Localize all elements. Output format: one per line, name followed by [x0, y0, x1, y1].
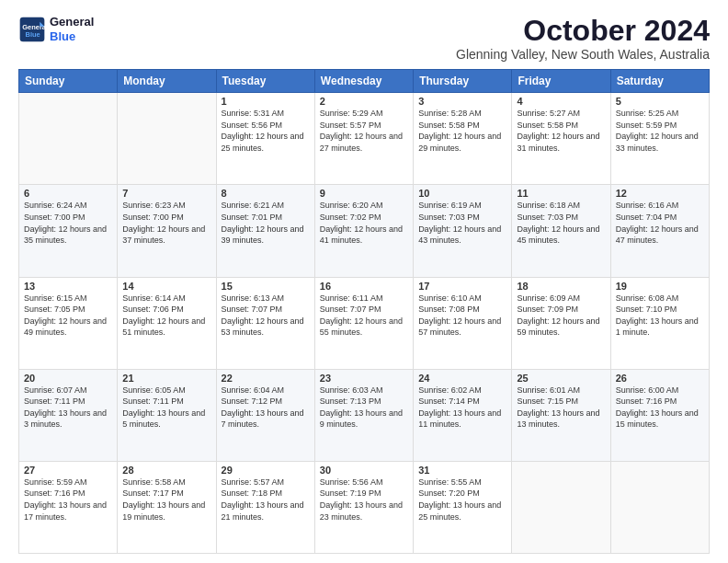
day-content: Sunrise: 5:31 AM Sunset: 5:56 PM Dayligh… [222, 108, 310, 154]
day-content: Sunrise: 6:01 AM Sunset: 7:15 PM Dayligh… [517, 385, 605, 431]
calendar-cell: 22Sunrise: 6:04 AM Sunset: 7:12 PM Dayli… [216, 369, 314, 461]
calendar-cell [118, 93, 216, 185]
day-content: Sunrise: 5:57 AM Sunset: 7:18 PM Dayligh… [222, 477, 310, 523]
day-content: Sunrise: 6:09 AM Sunset: 7:09 PM Dayligh… [517, 293, 605, 339]
calendar-cell: 12Sunrise: 6:16 AM Sunset: 7:04 PM Dayli… [610, 185, 709, 277]
day-number: 1 [222, 96, 310, 107]
day-content: Sunrise: 6:07 AM Sunset: 7:11 PM Dayligh… [24, 385, 112, 431]
calendar-cell: 7Sunrise: 6:23 AM Sunset: 7:00 PM Daylig… [118, 185, 216, 277]
calendar-header-row: SundayMondayTuesdayWednesdayThursdayFrid… [19, 70, 710, 93]
day-number: 8 [222, 188, 310, 199]
calendar-cell: 31Sunrise: 5:55 AM Sunset: 7:20 PM Dayli… [414, 461, 512, 553]
day-number: 29 [222, 465, 310, 476]
day-content: Sunrise: 6:16 AM Sunset: 7:04 PM Dayligh… [616, 200, 704, 246]
calendar-cell: 8Sunrise: 6:21 AM Sunset: 7:01 PM Daylig… [216, 185, 314, 277]
logo-text: General Blue [50, 15, 94, 43]
calendar-cell: 10Sunrise: 6:19 AM Sunset: 7:03 PM Dayli… [414, 185, 512, 277]
day-number: 12 [616, 188, 704, 199]
calendar-cell: 20Sunrise: 6:07 AM Sunset: 7:11 PM Dayli… [19, 369, 118, 461]
day-content: Sunrise: 5:29 AM Sunset: 5:57 PM Dayligh… [320, 108, 408, 154]
day-number: 21 [122, 373, 210, 384]
day-number: 15 [222, 281, 310, 292]
logo-line2: Blue [50, 29, 94, 44]
day-content: Sunrise: 6:00 AM Sunset: 7:16 PM Dayligh… [616, 385, 704, 431]
calendar-header-friday: Friday [512, 70, 610, 93]
day-number: 4 [517, 96, 605, 107]
day-number: 7 [122, 188, 210, 199]
day-content: Sunrise: 6:24 AM Sunset: 7:00 PM Dayligh… [24, 200, 112, 246]
location: Glenning Valley, New South Wales, Austra… [456, 47, 710, 62]
day-content: Sunrise: 5:27 AM Sunset: 5:58 PM Dayligh… [517, 108, 605, 154]
day-number: 3 [418, 96, 506, 107]
day-number: 11 [517, 188, 605, 199]
calendar-cell: 27Sunrise: 5:59 AM Sunset: 7:16 PM Dayli… [19, 461, 118, 553]
day-content: Sunrise: 6:11 AM Sunset: 7:07 PM Dayligh… [320, 293, 408, 339]
day-content: Sunrise: 6:10 AM Sunset: 7:08 PM Dayligh… [418, 293, 506, 339]
day-number: 27 [24, 465, 112, 476]
calendar-cell: 15Sunrise: 6:13 AM Sunset: 7:07 PM Dayli… [216, 277, 314, 369]
day-content: Sunrise: 6:14 AM Sunset: 7:06 PM Dayligh… [122, 293, 210, 339]
logo-line1: General [50, 15, 94, 29]
calendar-cell: 13Sunrise: 6:15 AM Sunset: 7:05 PM Dayli… [19, 277, 118, 369]
calendar-cell: 9Sunrise: 6:20 AM Sunset: 7:02 PM Daylig… [314, 185, 413, 277]
calendar-cell: 24Sunrise: 6:02 AM Sunset: 7:14 PM Dayli… [414, 369, 512, 461]
calendar-cell: 6Sunrise: 6:24 AM Sunset: 7:00 PM Daylig… [19, 185, 118, 277]
day-content: Sunrise: 6:02 AM Sunset: 7:14 PM Dayligh… [418, 385, 506, 431]
calendar-cell [19, 93, 118, 185]
day-number: 17 [418, 281, 506, 292]
day-number: 25 [517, 373, 605, 384]
day-number: 30 [320, 465, 408, 476]
header: General Blue General Blue October 2024 G… [18, 15, 710, 62]
logo: General Blue General Blue [18, 15, 94, 43]
calendar-cell: 19Sunrise: 6:08 AM Sunset: 7:10 PM Dayli… [610, 277, 709, 369]
day-content: Sunrise: 6:20 AM Sunset: 7:02 PM Dayligh… [320, 200, 408, 246]
day-content: Sunrise: 5:59 AM Sunset: 7:16 PM Dayligh… [24, 477, 112, 523]
day-content: Sunrise: 6:23 AM Sunset: 7:00 PM Dayligh… [122, 200, 210, 246]
calendar-cell: 16Sunrise: 6:11 AM Sunset: 7:07 PM Dayli… [314, 277, 413, 369]
calendar-cell: 1Sunrise: 5:31 AM Sunset: 5:56 PM Daylig… [216, 93, 314, 185]
page: General Blue General Blue October 2024 G… [0, 0, 728, 563]
day-number: 19 [616, 281, 704, 292]
day-number: 20 [24, 373, 112, 384]
day-number: 16 [320, 281, 408, 292]
day-content: Sunrise: 5:55 AM Sunset: 7:20 PM Dayligh… [418, 477, 506, 523]
day-content: Sunrise: 6:04 AM Sunset: 7:12 PM Dayligh… [222, 385, 310, 431]
calendar-cell [512, 461, 610, 553]
day-content: Sunrise: 6:03 AM Sunset: 7:13 PM Dayligh… [320, 385, 408, 431]
day-number: 5 [616, 96, 704, 107]
day-content: Sunrise: 6:15 AM Sunset: 7:05 PM Dayligh… [24, 293, 112, 339]
calendar-week-1: 1Sunrise: 5:31 AM Sunset: 5:56 PM Daylig… [19, 93, 710, 185]
calendar-cell: 25Sunrise: 6:01 AM Sunset: 7:15 PM Dayli… [512, 369, 610, 461]
day-number: 23 [320, 373, 408, 384]
day-number: 6 [24, 188, 112, 199]
day-number: 14 [122, 281, 210, 292]
day-number: 2 [320, 96, 408, 107]
calendar-header-monday: Monday [118, 70, 216, 93]
day-content: Sunrise: 6:18 AM Sunset: 7:03 PM Dayligh… [517, 200, 605, 246]
calendar-cell: 5Sunrise: 5:25 AM Sunset: 5:59 PM Daylig… [610, 93, 709, 185]
svg-text:Blue: Blue [26, 30, 40, 39]
month-title: October 2024 [456, 15, 710, 47]
calendar-header-thursday: Thursday [414, 70, 512, 93]
calendar-cell: 18Sunrise: 6:09 AM Sunset: 7:09 PM Dayli… [512, 277, 610, 369]
calendar-table: SundayMondayTuesdayWednesdayThursdayFrid… [18, 69, 710, 554]
day-content: Sunrise: 6:13 AM Sunset: 7:07 PM Dayligh… [222, 293, 310, 339]
day-content: Sunrise: 6:19 AM Sunset: 7:03 PM Dayligh… [418, 200, 506, 246]
title-section: October 2024 Glenning Valley, New South … [456, 15, 710, 62]
day-number: 24 [418, 373, 506, 384]
day-content: Sunrise: 5:25 AM Sunset: 5:59 PM Dayligh… [616, 108, 704, 154]
day-number: 26 [616, 373, 704, 384]
calendar-cell: 28Sunrise: 5:58 AM Sunset: 7:17 PM Dayli… [118, 461, 216, 553]
day-content: Sunrise: 6:05 AM Sunset: 7:11 PM Dayligh… [122, 385, 210, 431]
day-content: Sunrise: 6:08 AM Sunset: 7:10 PM Dayligh… [616, 293, 704, 339]
calendar-header-saturday: Saturday [610, 70, 709, 93]
calendar-cell: 23Sunrise: 6:03 AM Sunset: 7:13 PM Dayli… [314, 369, 413, 461]
day-number: 31 [418, 465, 506, 476]
day-number: 22 [222, 373, 310, 384]
calendar-header-sunday: Sunday [19, 70, 118, 93]
calendar-week-2: 6Sunrise: 6:24 AM Sunset: 7:00 PM Daylig… [19, 185, 710, 277]
calendar-cell: 14Sunrise: 6:14 AM Sunset: 7:06 PM Dayli… [118, 277, 216, 369]
calendar-cell [610, 461, 709, 553]
calendar-header-wednesday: Wednesday [314, 70, 413, 93]
day-number: 18 [517, 281, 605, 292]
